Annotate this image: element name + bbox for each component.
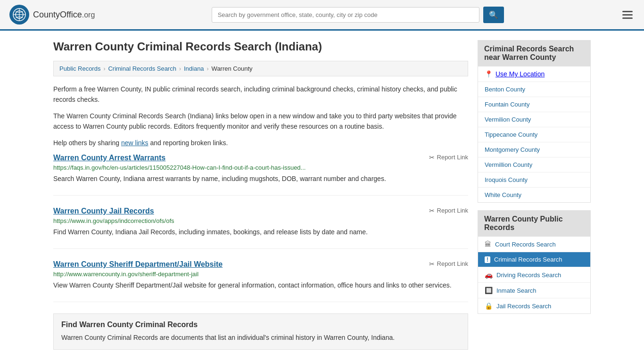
description-2: The Warren County Criminal Records Searc…	[53, 111, 468, 132]
breadcrumb-sep-3: ›	[207, 66, 209, 72]
breadcrumb-sep-1: ›	[103, 66, 105, 72]
sidebar: Criminal Records Search near Warren Coun…	[478, 40, 591, 350]
record-item-1: Warren County Arrest Warrants ✂ Report L…	[53, 154, 468, 196]
public-court-records[interactable]: 🏛 Court Records Search	[478, 237, 590, 252]
description-1: Perform a free Warren County, IN public …	[53, 84, 468, 105]
report-link-2[interactable]: ✂ Report Link	[429, 207, 468, 214]
main-content: Warren County Criminal Records Search (I…	[53, 40, 468, 350]
nearby-content: 📍 Use My Location Benton County Fountain…	[478, 66, 591, 203]
public-jail-records[interactable]: 🔒 Jail Records Search	[478, 298, 590, 313]
public-records-header: Warren County Public Records	[478, 210, 591, 237]
breadcrumb-warren-county: Warren County	[212, 65, 253, 72]
logo-area: CountyOffice.org	[9, 5, 95, 25]
breadcrumb-indiana[interactable]: Indiana	[184, 65, 204, 72]
report-icon-3: ✂	[429, 260, 435, 268]
record-title-2: Warren County Jail Records ✂ Report Link	[53, 207, 468, 215]
page-title: Warren County Criminal Records Search (I…	[53, 40, 468, 53]
header: CountyOffice.org 🔍	[0, 0, 644, 31]
record-url-3: http://www.warrencounty.in.gov/sheriff-d…	[53, 271, 468, 278]
use-my-location[interactable]: 📍 Use My Location	[478, 66, 590, 82]
public-criminal-records[interactable]: ! Criminal Records Search	[478, 252, 590, 267]
record-desc-3: View Warren County Sheriff Department/Ja…	[53, 280, 468, 290]
description-3: Help others by sharing new links and rep…	[53, 138, 468, 148]
find-section-desc: Warren County Criminal Records are docum…	[61, 333, 460, 343]
nearby-vermilion[interactable]: Vermilion County	[478, 112, 590, 127]
record-link-1[interactable]: Warren County Arrest Warrants	[53, 154, 165, 162]
report-link-1[interactable]: ✂ Report Link	[429, 154, 468, 161]
record-title-1: Warren County Arrest Warrants ✂ Report L…	[53, 154, 468, 162]
search-input[interactable]	[212, 7, 479, 23]
report-icon-1: ✂	[429, 154, 435, 161]
location-icon: 📍	[485, 70, 493, 78]
nearby-counties-box: Criminal Records Search near Warren Coun…	[478, 40, 591, 203]
record-item-3: Warren County Sheriff Department/Jail We…	[53, 260, 468, 302]
report-icon-2: ✂	[429, 207, 435, 214]
logo-icon	[9, 5, 29, 25]
court-icon: 🏛	[485, 240, 491, 248]
nearby-header: Criminal Records Search near Warren Coun…	[478, 40, 591, 66]
nearby-fountain[interactable]: Fountain County	[478, 97, 590, 112]
breadcrumb-sep-2: ›	[179, 66, 181, 72]
search-button[interactable]: 🔍	[483, 7, 504, 23]
new-links-link[interactable]: new links	[121, 139, 149, 147]
breadcrumb-criminal-records[interactable]: Criminal Records Search	[108, 65, 176, 72]
use-location-link[interactable]: Use My Location	[495, 70, 545, 78]
find-section: Find Warren County Criminal Records Warr…	[53, 313, 468, 350]
public-driving-records[interactable]: 🚗 Driving Records Search	[478, 267, 590, 283]
breadcrumb: Public Records › Criminal Records Search…	[53, 61, 468, 76]
nearby-tippecanoe[interactable]: Tippecanoe County	[478, 127, 590, 142]
record-desc-1: Search Warren County, Indiana arrest war…	[53, 174, 468, 184]
find-section-title: Find Warren County Criminal Records	[61, 321, 460, 329]
criminal-icon: !	[485, 256, 490, 263]
public-inmate-search[interactable]: 🔲 Inmate Search	[478, 283, 590, 298]
record-title-3: Warren County Sheriff Department/Jail We…	[53, 260, 468, 269]
record-url-2: https://www.in.gov/apps/indcorrection/of…	[53, 217, 468, 224]
search-area: 🔍	[212, 7, 504, 23]
menu-button[interactable]	[620, 9, 635, 21]
nearby-benton[interactable]: Benton County	[478, 82, 590, 97]
report-link-3[interactable]: ✂ Report Link	[429, 260, 468, 268]
breadcrumb-public-records[interactable]: Public Records	[59, 65, 100, 72]
nearby-iroquois[interactable]: Iroquois County	[478, 173, 590, 188]
main-container: Warren County Criminal Records Search (I…	[44, 31, 600, 359]
driving-icon: 🚗	[485, 271, 493, 279]
nearby-vermillion[interactable]: Vermillion County	[478, 157, 590, 173]
record-desc-2: Find Warren County, Indiana Jail Records…	[53, 227, 468, 237]
record-link-3[interactable]: Warren County Sheriff Department/Jail We…	[53, 260, 223, 269]
inmate-icon: 🔲	[485, 287, 493, 294]
public-records-box: Warren County Public Records 🏛 Court Rec…	[478, 210, 591, 314]
public-records-content: 🏛 Court Records Search ! Criminal Record…	[478, 237, 591, 314]
record-item-2: Warren County Jail Records ✂ Report Link…	[53, 207, 468, 249]
jail-icon: 🔒	[485, 302, 493, 310]
record-link-2[interactable]: Warren County Jail Records	[53, 207, 154, 215]
nearby-montgomery[interactable]: Montgomery County	[478, 142, 590, 157]
nearby-white[interactable]: White County	[478, 188, 590, 202]
record-url-1: https://faqs.in.gov/hc/en-us/articles/11…	[53, 164, 468, 171]
logo-text: CountyOffice.org	[33, 10, 95, 20]
